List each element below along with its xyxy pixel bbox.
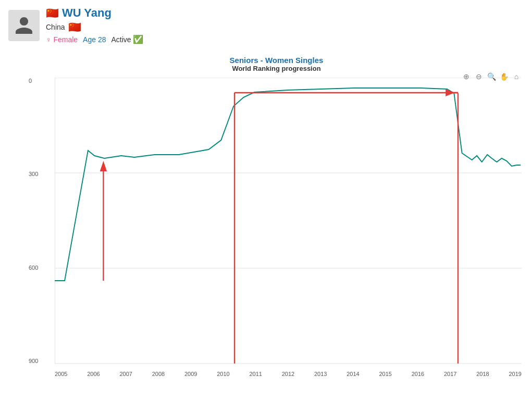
y-axis-labels: 0 300 600 900 xyxy=(29,78,38,364)
x-label-2017: 2017 xyxy=(444,371,456,377)
x-label-2019: 2019 xyxy=(509,371,522,377)
y-label-900: 900 xyxy=(29,358,38,364)
player-name-row: 🇨🇳 WU Yang xyxy=(46,6,143,20)
player-header: 🇨🇳 WU Yang China 🇨🇳 ♀ Female Age 28 Acti… xyxy=(0,0,532,51)
ranking-line xyxy=(55,88,521,281)
age-label: Age 28 xyxy=(83,35,106,44)
x-label-2014: 2014 xyxy=(347,371,359,377)
player-avatar xyxy=(8,10,40,41)
active-status: Active ✅ xyxy=(111,34,143,44)
player-name: WU Yang xyxy=(62,6,112,20)
gender-label: ♀ Female xyxy=(46,35,78,44)
player-country-row: China 🇨🇳 xyxy=(46,21,143,33)
player-details-row: ♀ Female Age 28 Active ✅ xyxy=(46,34,143,44)
x-label-2005: 2005 xyxy=(55,371,67,377)
player-info: 🇨🇳 WU Yang China 🇨🇳 ♀ Female Age 28 Acti… xyxy=(46,6,143,44)
x-label-2012: 2012 xyxy=(282,371,294,377)
svg-marker-9 xyxy=(100,161,107,171)
chart-title-sub: World Ranking progression xyxy=(31,65,522,72)
country-name: China xyxy=(46,23,65,31)
y-label-300: 300 xyxy=(29,171,38,177)
x-label-2007: 2007 xyxy=(120,371,132,377)
chart-title: Seniors - Women Singles World Ranking pr… xyxy=(31,56,522,72)
chart-container: Seniors - Women Singles World Ranking pr… xyxy=(0,51,532,394)
flag-icon: 🇨🇳 xyxy=(46,7,59,19)
y-label-600: 600 xyxy=(29,265,38,271)
svg-marker-11 xyxy=(446,89,454,96)
x-label-2006: 2006 xyxy=(87,371,100,377)
x-label-2010: 2010 xyxy=(217,371,229,377)
x-label-2009: 2009 xyxy=(184,371,197,377)
active-check-icon: ✅ xyxy=(133,34,143,44)
x-label-2013: 2013 xyxy=(314,371,327,377)
x-label-2015: 2015 xyxy=(379,371,392,377)
x-label-2011: 2011 xyxy=(250,371,262,377)
chart-title-main: Seniors - Women Singles xyxy=(31,56,522,65)
x-label-2018: 2018 xyxy=(476,371,489,377)
country-flag: 🇨🇳 xyxy=(68,21,81,33)
x-label-2016: 2016 xyxy=(412,371,424,377)
y-label-0: 0 xyxy=(29,78,38,84)
chart-area: 0 300 600 900 xyxy=(55,78,522,364)
chart-svg xyxy=(55,78,522,364)
x-label-2008: 2008 xyxy=(152,371,165,377)
x-axis-labels: 2005 2006 2007 2008 2009 2010 2011 2012 … xyxy=(55,371,522,377)
